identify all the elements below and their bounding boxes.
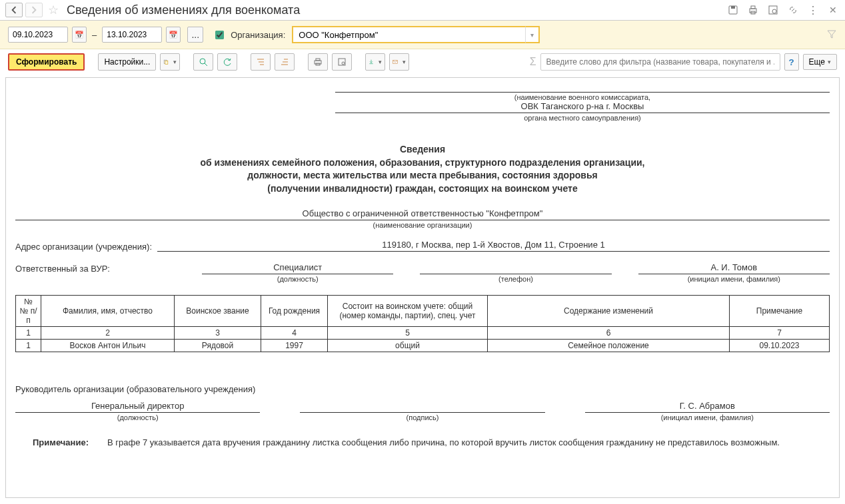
- responsible-phone: [420, 262, 611, 274]
- toolbar: Сформировать Настройки... Σ ? Еще▾: [0, 49, 845, 75]
- collapse-button[interactable]: [275, 53, 295, 71]
- nav-back-button[interactable]: [5, 3, 23, 17]
- header-bar: ☆ Сведения об изменениях для военкомата …: [0, 0, 845, 21]
- save-as-button[interactable]: [365, 53, 385, 71]
- report-content: (наименование военного комиссариата, ОВК…: [6, 78, 839, 488]
- initials-caption-1: (инициал имени, фамилия): [638, 275, 830, 283]
- responsible-position: Специалист: [202, 262, 393, 274]
- th-note: Примечание: [730, 296, 830, 327]
- leader-label: Руководитель организации (образовательно…: [15, 384, 830, 394]
- refresh-button[interactable]: [217, 53, 237, 71]
- svg-point-6: [772, 9, 776, 13]
- more-menu-icon[interactable]: ⋮: [806, 3, 820, 17]
- table-numrow: 1 2 3 4 5 6 7: [16, 327, 830, 340]
- page-title: Сведения об изменениях для военкомата: [67, 3, 724, 17]
- signature-caption: (подпись): [300, 413, 544, 421]
- local-gov-caption: органа местного самоуправления): [335, 114, 830, 122]
- responsible-name: А. И. Томов: [638, 262, 830, 274]
- phone-caption: (телефон): [420, 275, 611, 283]
- leader-position: Генеральный директор: [15, 401, 260, 413]
- date-dash: –: [92, 30, 97, 40]
- svg-rect-18: [316, 59, 320, 61]
- svg-point-9: [200, 59, 205, 64]
- th-year: Год рождения: [261, 296, 328, 327]
- generate-button[interactable]: Сформировать: [8, 53, 85, 71]
- commissariat-caption: (наименование военного комиссариата,: [335, 93, 830, 101]
- report-title-block: Сведения об изменениях семейного положен…: [15, 143, 830, 195]
- svg-rect-3: [751, 6, 755, 9]
- th-register: Состоит на воинском учете: общий (номер …: [328, 296, 488, 327]
- print-button[interactable]: [308, 53, 328, 71]
- filter-bar: 📅 – 📅 ... Организация: ▾: [0, 21, 845, 49]
- org-checkbox[interactable]: [215, 31, 224, 39]
- note-text: В графе 7 указывается дата вручения граж…: [107, 437, 780, 447]
- settings-label: Настройки...: [104, 57, 150, 67]
- save-icon[interactable]: [726, 3, 740, 17]
- org-dropdown[interactable]: ▾: [525, 26, 540, 43]
- row-filter-input[interactable]: [540, 53, 780, 71]
- report-frame: (наименование военного комиссариата, ОВК…: [5, 77, 840, 498]
- svg-point-21: [342, 62, 345, 65]
- more-button[interactable]: Еще▾: [803, 54, 837, 70]
- leader-name: Г. С. Абрамов: [585, 401, 830, 413]
- th-num: № № п/п: [16, 296, 41, 327]
- date-to-picker[interactable]: 📅: [166, 27, 181, 43]
- title-line-1: Сведения: [15, 143, 830, 156]
- org-input[interactable]: [292, 26, 525, 43]
- date-to-input[interactable]: [102, 27, 162, 43]
- preview-icon[interactable]: [766, 3, 780, 17]
- search-button[interactable]: [193, 53, 213, 71]
- settings-button[interactable]: Настройки...: [98, 53, 156, 71]
- title-line-4: (получении инвалидности) граждан, состоя…: [15, 182, 830, 196]
- link-icon[interactable]: [786, 3, 800, 17]
- position-caption: (должность): [202, 275, 393, 283]
- position-caption-2: (должность): [15, 413, 260, 421]
- help-button[interactable]: ?: [784, 53, 799, 71]
- date-from-input[interactable]: [8, 27, 68, 43]
- svg-rect-8: [165, 61, 168, 64]
- org-label: Организация:: [231, 30, 285, 40]
- favorite-icon[interactable]: ☆: [48, 3, 59, 17]
- close-icon[interactable]: ✕: [826, 3, 840, 17]
- address-value: 119180, г Москва, пер 1-й Хвостов, Дом 1…: [157, 240, 830, 252]
- date-from-picker[interactable]: 📅: [72, 27, 87, 43]
- expand-button[interactable]: [251, 53, 271, 71]
- table-header-row: № № п/п Фамилия, имя, отчество Воинское …: [16, 296, 830, 327]
- variants-button[interactable]: [160, 53, 180, 71]
- address-label: Адрес организации (учреждения):: [15, 242, 152, 252]
- date-range-more[interactable]: ...: [187, 27, 203, 43]
- table-row: 1 Восков Антон Ильич Рядовой 1997 общий …: [16, 340, 830, 352]
- th-fio: Фамилия, имя, отчество: [41, 296, 175, 327]
- sigma-icon: Σ: [530, 56, 536, 68]
- leader-signature: [300, 401, 544, 413]
- print-icon[interactable]: [746, 3, 760, 17]
- send-button[interactable]: [389, 53, 409, 71]
- org-name-caption: (наименование организации): [15, 221, 830, 229]
- initials-caption-2: (инициал имени, фамилия): [585, 413, 830, 421]
- responsible-label: Ответственный за ВУР:: [15, 262, 175, 274]
- note-label: Примечание:: [15, 437, 89, 447]
- th-rank: Воинское звание: [175, 296, 261, 327]
- commissariat-name: ОВК Таганского р-на г. Москвы: [335, 101, 830, 113]
- svg-rect-1: [731, 6, 735, 9]
- filter-toggle-icon[interactable]: [826, 29, 837, 41]
- org-name: Общество с ограниченной ответственностью…: [15, 208, 830, 220]
- nav-forward-button[interactable]: [25, 3, 43, 17]
- title-line-2: об изменениях семейного положения, образ…: [15, 156, 830, 170]
- title-line-3: должности, места жительства или места пр…: [15, 169, 830, 182]
- th-changes: Содержание изменений: [488, 296, 730, 327]
- print-preview-button[interactable]: [332, 53, 352, 71]
- svg-line-10: [205, 63, 207, 66]
- changes-table: № № п/п Фамилия, имя, отчество Воинское …: [15, 295, 830, 352]
- more-label: Еще: [809, 57, 825, 67]
- commissariat-blank-line: [335, 81, 830, 93]
